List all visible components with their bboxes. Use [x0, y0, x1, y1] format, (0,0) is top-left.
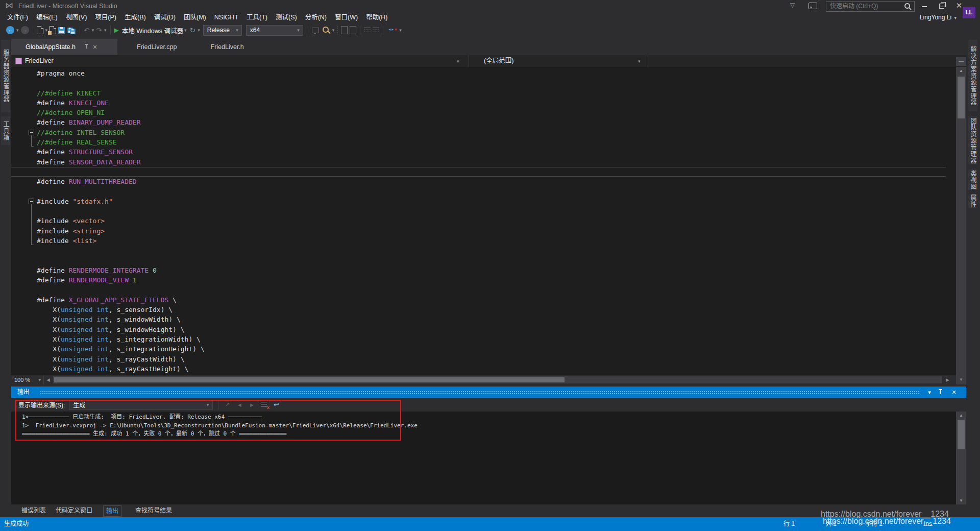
panel-tab[interactable]: 代码定义窗口 [53, 505, 95, 516]
menu-item[interactable]: 调试(D) [150, 12, 180, 22]
user-avatar[interactable]: LL [963, 7, 975, 18]
scrollbar-thumb[interactable] [958, 420, 965, 449]
restore-button[interactable] [934, 0, 949, 11]
window-position-icon[interactable]: ▾ [925, 387, 934, 398]
panel-tab[interactable]: 查找符号结果 [133, 505, 175, 516]
sidebar-tab[interactable]: 解决方案资源管理器 [968, 40, 977, 111]
solution-platform-select[interactable]: x64▾ [246, 25, 303, 36]
menu-item[interactable]: 视图(V) [62, 12, 91, 22]
undo-button[interactable]: ↶ [84, 24, 90, 36]
document-tab[interactable]: FriedLiver.h [197, 39, 258, 55]
chevron-down-icon[interactable]: ▾ [457, 59, 459, 64]
menu-item[interactable]: 分析(N) [301, 12, 331, 22]
sidebar-tab[interactable]: 工具箱 [1, 116, 10, 145]
notifications-filter-icon[interactable]: ▽ [790, 2, 795, 9]
refresh-dropdown-icon[interactable]: ▾ [198, 28, 200, 33]
decrease-indent-button[interactable] [364, 24, 371, 36]
scroll-left-icon[interactable]: ◀ [46, 375, 50, 384]
scrollbar-thumb[interactable] [958, 77, 965, 118]
scroll-down-icon[interactable]: ▼ [956, 498, 966, 503]
navigate-forward-button[interactable]: → [21, 24, 29, 36]
comment-button[interactable] [341, 24, 348, 36]
output-panel-header[interactable]: 输出 ▾ ✕ [11, 387, 966, 398]
save-icon [58, 27, 65, 34]
fold-collapse-icon[interactable] [29, 130, 34, 135]
document-tab[interactable]: GlobalAppState.h× [11, 39, 117, 55]
save-button[interactable] [58, 24, 65, 36]
menu-item[interactable]: 编辑(E) [32, 12, 62, 22]
navigate-back-button[interactable]: ← [6, 24, 14, 36]
start-debug-button[interactable]: ▶ 本地 Windows 调试器 ▾ [114, 24, 188, 36]
pin-icon[interactable] [937, 389, 943, 396]
scope-dropdown[interactable]: (全局范围) [484, 55, 513, 67]
menu-item[interactable]: 测试(S) [272, 12, 301, 22]
scroll-right-icon[interactable]: ▶ [946, 375, 949, 384]
project-dropdown[interactable]: FriedLiver [25, 55, 54, 67]
attach-process-button[interactable] [312, 24, 319, 36]
find-in-files-button[interactable] [321, 24, 330, 36]
output-panel-title: 输出 [17, 387, 30, 398]
uncomment-button[interactable] [350, 24, 356, 36]
redo-button[interactable]: ↷ [96, 24, 102, 36]
back-dropdown-icon[interactable]: ▾ [16, 28, 19, 33]
signed-in-user[interactable]: LingYong Li ▾ [920, 12, 958, 23]
code-editor[interactable]: #pragma once//#define KINECT#define KINE… [11, 67, 966, 375]
code-line: X(unsigned int, s_integrationWidth) \ [11, 334, 946, 344]
scroll-down-icon[interactable]: ▼ [956, 375, 966, 384]
feedback-icon[interactable] [808, 3, 817, 9]
find-in-files-icon [321, 26, 330, 35]
chevron-down-icon[interactable]: ▾ [638, 59, 641, 64]
menu-item[interactable]: 窗口(W) [331, 12, 362, 22]
code-token: "stdafx.h" [72, 198, 112, 205]
find-dropdown-icon[interactable]: ▾ [332, 28, 335, 33]
scrollbar-split-grip[interactable] [956, 57, 966, 66]
scroll-up-icon[interactable]: ▲ [956, 413, 966, 418]
tab-label: FriedLiver.h [211, 43, 244, 51]
user-name: LingYong Li [920, 14, 951, 21]
sidebar-tab[interactable]: 服务器资源管理器 [1, 40, 10, 112]
code-token: unsigned int [61, 365, 109, 373]
code-line: #include <list> [11, 236, 946, 246]
editor-horizontal-scrollbar[interactable] [53, 376, 942, 383]
new-file-button[interactable] [37, 24, 43, 36]
redo-dropdown-icon[interactable]: ▾ [104, 28, 107, 33]
sidebar-tab[interactable]: 团队资源管理器 [968, 116, 977, 164]
code-token: #define [37, 158, 69, 166]
refresh-button[interactable]: ↻ [190, 24, 196, 36]
minimize-button[interactable] [917, 0, 932, 11]
separator [337, 26, 338, 35]
solution-config-select[interactable]: Release▾ [203, 25, 242, 36]
bookmark-dropdown-icon[interactable]: ▾ [399, 28, 402, 33]
panel-tab[interactable]: 错误列表 [19, 505, 48, 516]
add-item-button[interactable] [50, 24, 56, 36]
menu-item[interactable]: 帮助(H) [362, 12, 391, 22]
sidebar-tab[interactable]: 属性 [968, 194, 977, 208]
editor-vertical-scrollbar[interactable]: ▲ [956, 67, 966, 375]
scroll-up-icon[interactable]: ▲ [956, 68, 966, 73]
sidebar-tab[interactable]: 类视图 [968, 170, 977, 190]
save-all-button[interactable] [67, 24, 76, 36]
fold-collapse-icon[interactable] [29, 199, 34, 204]
menu-item[interactable]: 项目(P) [91, 12, 120, 22]
undo-dropdown-icon[interactable]: ▾ [92, 28, 94, 33]
code-token: , s_sensorIdx) \ [109, 306, 173, 313]
pin-icon[interactable] [84, 43, 89, 51]
config-value: Release [207, 27, 230, 34]
menu-item[interactable]: 团队(M) [180, 12, 210, 22]
document-tab[interactable]: FriedLiver.cpp [122, 39, 191, 55]
menu-item[interactable]: NSIGHT [210, 12, 242, 22]
code-token: #define [37, 276, 69, 284]
scrollbar-thumb[interactable] [54, 377, 565, 382]
menu-item[interactable]: 工具(T) [242, 12, 272, 22]
menu-item[interactable]: 生成(B) [120, 12, 150, 22]
increase-indent-button[interactable] [373, 24, 379, 36]
zoom-level-select[interactable]: 100 % ▾ [11, 375, 44, 384]
output-vertical-scrollbar[interactable]: ▲ ▼ [956, 412, 966, 504]
code-line: #include <vector> [11, 216, 946, 226]
close-icon[interactable]: × [93, 43, 97, 51]
close-icon[interactable]: ✕ [949, 387, 959, 398]
menu-item[interactable]: 文件(F) [3, 12, 32, 22]
quick-launch-input[interactable]: 快速启动 (Ctrl+Q) [826, 1, 915, 12]
panel-tab[interactable]: 输出 [103, 505, 121, 517]
new-file-dropdown-icon[interactable]: ▾ [45, 28, 48, 33]
